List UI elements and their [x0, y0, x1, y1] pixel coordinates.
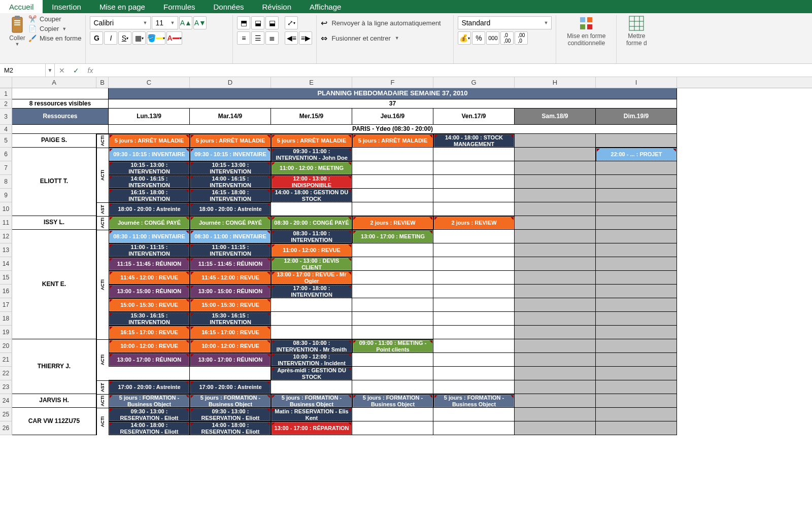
event[interactable]: 5 jours : FORMATION - Business Object: [109, 395, 189, 407]
tab-insertion[interactable]: Insertion: [43, 0, 90, 13]
event[interactable]: 18:00 - 20:00 : Astreinte: [109, 203, 189, 216]
underline-button[interactable]: S▾: [118, 31, 131, 45]
align-bottom-button[interactable]: ⬓: [265, 16, 279, 29]
cell[interactable]: [596, 339, 677, 353]
cell[interactable]: [352, 367, 433, 380]
cell[interactable]: [596, 189, 677, 202]
row-header[interactable]: 13: [0, 243, 12, 257]
cell[interactable]: [352, 257, 433, 271]
row-header[interactable]: 16: [0, 285, 12, 298]
align-left-button[interactable]: ≡: [237, 31, 250, 45]
event[interactable]: 11:45 - 12:00 : REVUE: [190, 271, 270, 284]
cell[interactable]: [433, 353, 515, 367]
name-box[interactable]: [0, 64, 46, 77]
row-header[interactable]: 22: [0, 367, 12, 380]
event[interactable]: 08:30 - 11:00 : INVENTAIRE: [190, 230, 270, 243]
cell[interactable]: [352, 285, 433, 298]
font-select[interactable]: Calibri▼: [90, 16, 151, 29]
row-header[interactable]: 26: [0, 421, 12, 435]
col-header-B[interactable]: B: [96, 77, 109, 88]
row-header[interactable]: 24: [0, 394, 12, 408]
cell[interactable]: [515, 161, 596, 175]
cell[interactable]: [596, 230, 677, 243]
event[interactable]: 5 jours : FORMATION - Business Object: [190, 395, 270, 407]
cell[interactable]: [515, 312, 596, 326]
event[interactable]: Journée : CONGÉ PAYÉ: [190, 217, 270, 229]
event[interactable]: 16:15 - 18:00 : INTERVENTION: [109, 189, 189, 202]
event[interactable]: 11:00 - 12:00 : REVUE: [272, 244, 352, 257]
event[interactable]: 15:30 - 16:15 : INTERVENTION: [109, 312, 189, 325]
wrap-text-button[interactable]: Renvoyer à la ligne automatiquement: [331, 19, 441, 27]
row-header[interactable]: 5: [0, 134, 12, 148]
tab-revision[interactable]: Révision: [253, 0, 301, 13]
tab-accueil[interactable]: Accueil: [0, 0, 43, 13]
tab-formules[interactable]: Formules: [154, 0, 205, 13]
cell[interactable]: [515, 175, 596, 189]
col-header-I[interactable]: I: [596, 77, 677, 88]
event[interactable]: 17:00 - 18:00 : INTERVENTION: [272, 285, 352, 298]
event[interactable]: 5 jours : FORMATION - Business Object: [434, 395, 514, 407]
event[interactable]: 15:30 - 16:15 : INTERVENTION: [190, 312, 270, 325]
namebox-dropdown[interactable]: ▼: [46, 64, 55, 77]
cell[interactable]: [515, 326, 596, 339]
event[interactable]: Journée : CONGÉ PAYÉ: [109, 217, 189, 229]
event[interactable]: 09:30 - 13:00 : RESERVATION - Eliott: [190, 408, 270, 421]
cell[interactable]: [515, 202, 596, 216]
cell[interactable]: [515, 230, 596, 243]
italic-button[interactable]: I: [104, 31, 117, 45]
cell[interactable]: [515, 216, 596, 230]
cell[interactable]: [515, 298, 596, 312]
cell[interactable]: [352, 202, 433, 216]
row-header[interactable]: 12: [0, 230, 12, 243]
cell[interactable]: [433, 230, 515, 243]
number-format-select[interactable]: Standard▼: [458, 16, 552, 29]
border-button[interactable]: ▦▾: [132, 31, 146, 45]
cell[interactable]: [352, 298, 433, 312]
format-painter-button[interactable]: 🖌️Mise en forme: [28, 34, 81, 42]
event[interactable]: 5 jours : FORMATION - Business Object: [353, 395, 433, 407]
event[interactable]: 17:00 - 20:00 : Astreinte: [190, 381, 270, 394]
cell[interactable]: [352, 161, 433, 175]
cell[interactable]: [433, 148, 515, 161]
col-header-F[interactable]: F: [352, 77, 433, 88]
event[interactable]: 09:30 - 11:00 : INTERVENTION - John Doe: [272, 148, 352, 161]
cell[interactable]: [271, 380, 352, 394]
fill-color-button[interactable]: 🪣▾: [147, 31, 165, 45]
event[interactable]: 2 jours : REVIEW: [434, 217, 514, 229]
event[interactable]: 13:00 - 15:00 : RÉUNION: [109, 285, 189, 298]
cell[interactable]: [12, 125, 109, 134]
row-header[interactable]: 19: [0, 326, 12, 339]
confirm-icon[interactable]: ✓: [69, 66, 83, 75]
merge-button[interactable]: Fusionner et centrer: [331, 34, 390, 42]
cell[interactable]: [515, 134, 596, 148]
align-middle-button[interactable]: ⬓: [251, 16, 264, 29]
event[interactable]: 09:30 - 10:15 : INVENTAIRE: [109, 148, 189, 161]
cell[interactable]: [433, 202, 515, 216]
align-top-button[interactable]: ⬒: [237, 16, 250, 29]
cell[interactable]: [352, 312, 433, 326]
row-header[interactable]: 2: [0, 99, 12, 109]
cell[interactable]: [596, 202, 677, 216]
cell[interactable]: [271, 202, 352, 216]
cell[interactable]: [596, 285, 677, 298]
cell[interactable]: [515, 408, 596, 421]
row-header[interactable]: 8: [0, 175, 12, 189]
cell[interactable]: [515, 285, 596, 298]
cell[interactable]: [352, 243, 433, 257]
cell[interactable]: [596, 312, 677, 326]
event[interactable]: 16:15 - 17:00 : REVUE: [190, 326, 270, 339]
cell[interactable]: [596, 380, 677, 394]
increase-indent-button[interactable]: ≡▶: [299, 31, 312, 45]
cell[interactable]: [352, 353, 433, 367]
event[interactable]: 11:45 - 12:00 : REVUE: [109, 271, 189, 284]
event[interactable]: 14:00 - 16:15 : INTERVENTION: [109, 175, 189, 188]
increase-decimal-button[interactable]: ,0,00: [500, 31, 514, 45]
cell[interactable]: [433, 408, 515, 421]
event[interactable]: 12:00 - 13:00 : DEVIS CLIENT: [272, 258, 352, 270]
tab-affichage[interactable]: Affichage: [300, 0, 350, 13]
cell[interactable]: [433, 285, 515, 298]
cell[interactable]: [596, 298, 677, 312]
size-select[interactable]: 11▼: [152, 16, 178, 29]
cell[interactable]: [515, 339, 596, 353]
cut-button[interactable]: ✂️Couper: [28, 15, 81, 23]
